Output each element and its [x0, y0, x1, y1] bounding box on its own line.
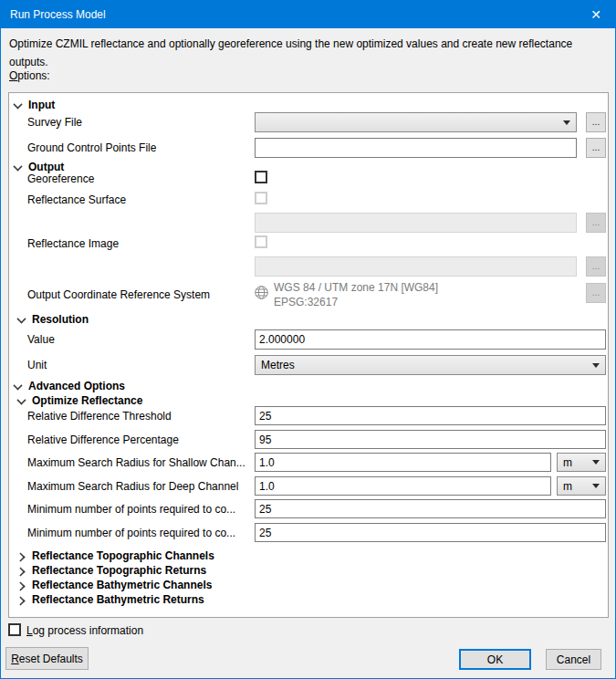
crs-label: Output Coordinate Reference System — [27, 288, 210, 301]
section-label: Reflectance Topographic Channels — [32, 549, 214, 562]
dialog-title: Run Process Model — [10, 1, 106, 28]
chevron-down-icon — [592, 484, 600, 488]
globe-icon — [255, 286, 268, 299]
resolution-value-label: Value — [27, 333, 55, 346]
crs-browse-button: ... — [586, 283, 606, 303]
relative-difference-threshold-input[interactable] — [255, 406, 606, 425]
resolution-unit-value: Metres — [261, 356, 589, 374]
section-header-optimize-reflectance[interactable]: Optimize Reflectance — [17, 393, 142, 408]
max-search-radius-shallow-input[interactable] — [255, 453, 551, 472]
section-label: Resolution — [32, 313, 89, 326]
resolution-value-input[interactable] — [255, 329, 606, 350]
section-header-resolution[interactable]: Resolution — [17, 312, 89, 327]
gcp-file-input[interactable] — [255, 138, 577, 158]
chevron-down-icon — [14, 163, 21, 171]
section-label: Output — [28, 161, 64, 173]
section-header-advanced-options[interactable]: Advanced Options — [14, 379, 125, 393]
section-label: Reflectance Bathymetric Returns — [32, 593, 204, 606]
close-icon: ✕ — [590, 7, 601, 22]
chevron-right-icon — [17, 596, 25, 603]
georeference-checkbox[interactable] — [255, 171, 267, 183]
run-process-model-dialog: Run Process Model ✕ Optimize CZMIL refle… — [0, 0, 616, 679]
titlebar: Run Process Model ✕ — [1, 1, 615, 28]
cancel-button[interactable]: Cancel — [546, 649, 601, 670]
section-header-input[interactable]: Input — [14, 98, 55, 112]
section-header-reflectance-bathymetric-channels[interactable]: Reflectance Bathymetric Channels — [17, 578, 212, 592]
log-process-checkbox[interactable] — [8, 623, 21, 636]
options-label: Options: — [9, 69, 50, 82]
section-label: Input — [28, 99, 55, 111]
survey-file-combobox[interactable] — [255, 112, 577, 132]
crs-name: WGS 84 / UTM zone 17N [WG84] — [274, 280, 438, 295]
options-panel: Input Survey File ... Ground Control Poi… — [8, 92, 609, 618]
chevron-down-icon — [17, 397, 25, 404]
reset-defaults-button[interactable]: Reset Defaults — [5, 647, 89, 670]
section-header-reflectance-topographic-returns[interactable]: Reflectance Topographic Returns — [17, 563, 206, 578]
max-search-radius-deep-label: Maximum Search Radius for Deep Channel — [27, 480, 238, 493]
max-search-radius-deep-input[interactable] — [255, 476, 551, 496]
chevron-down-icon — [14, 101, 21, 109]
chevron-down-icon — [14, 382, 21, 390]
crs-value: WGS 84 / UTM zone 17N [WG84] EPSG:32617 — [274, 280, 438, 309]
section-label: Reflectance Topographic Returns — [32, 564, 206, 577]
section-header-reflectance-bathymetric-returns[interactable]: Reflectance Bathymetric Returns — [17, 592, 204, 607]
resolution-unit-label: Unit — [27, 359, 47, 371]
section-label: Advanced Options — [28, 380, 125, 392]
crs-code: EPSG:32617 — [274, 295, 438, 309]
reflectance-surface-browse-button: ... — [586, 213, 606, 233]
reflectance-surface-label: Reflectance Surface — [27, 193, 126, 206]
min-points-1-input[interactable] — [255, 499, 606, 518]
relative-difference-threshold-label: Relative Difference Threshold — [27, 410, 172, 423]
section-label: Optimize Reflectance — [32, 394, 142, 407]
min-points-1-label: Minimum number of points required to co.… — [27, 503, 235, 516]
reflectance-surface-path-input — [255, 213, 577, 233]
reflectance-image-browse-button: ... — [586, 256, 606, 277]
section-header-reflectance-topographic-channels[interactable]: Reflectance Topographic Channels — [17, 548, 214, 563]
dialog-description: Optimize CZMIL reflectance and optionall… — [9, 35, 600, 71]
reflectance-image-label: Reflectance Image — [27, 237, 119, 250]
reflectance-surface-checkbox — [255, 192, 267, 204]
unit-value: m — [563, 477, 589, 496]
min-points-2-input[interactable] — [255, 523, 606, 542]
gcp-file-label: Ground Control Points File — [27, 141, 156, 154]
max-search-radius-shallow-label: Maximum Search Radius for Shallow Chan..… — [27, 456, 245, 469]
min-points-2-label: Minimum number of points required to co.… — [27, 527, 235, 539]
survey-file-browse-button[interactable]: ... — [586, 112, 606, 132]
chevron-right-icon — [17, 552, 25, 559]
log-process-label: Log process information — [26, 624, 143, 637]
reflectance-image-path-input — [255, 256, 577, 277]
gcp-file-browse-button[interactable]: ... — [586, 138, 606, 158]
chevron-right-icon — [17, 567, 25, 574]
chevron-right-icon — [17, 581, 25, 589]
chevron-down-icon — [592, 363, 600, 368]
max-search-radius-shallow-unit-combobox[interactable]: m — [557, 453, 606, 472]
relative-difference-percentage-label: Relative Difference Percentage — [27, 434, 179, 446]
reflectance-image-checkbox — [255, 235, 267, 248]
ok-button[interactable]: OK — [459, 649, 531, 670]
georeference-label: Georeference — [27, 172, 94, 185]
relative-difference-percentage-input[interactable] — [255, 430, 606, 449]
chevron-down-icon — [563, 120, 570, 125]
chevron-down-icon — [592, 460, 600, 465]
resolution-unit-combobox[interactable]: Metres — [255, 355, 606, 375]
unit-value: m — [563, 454, 589, 472]
close-button[interactable]: ✕ — [577, 1, 615, 28]
survey-file-label: Survey File — [27, 116, 82, 129]
section-label: Reflectance Bathymetric Channels — [32, 579, 212, 591]
max-search-radius-deep-unit-combobox[interactable]: m — [557, 476, 606, 496]
chevron-down-icon — [17, 316, 25, 323]
